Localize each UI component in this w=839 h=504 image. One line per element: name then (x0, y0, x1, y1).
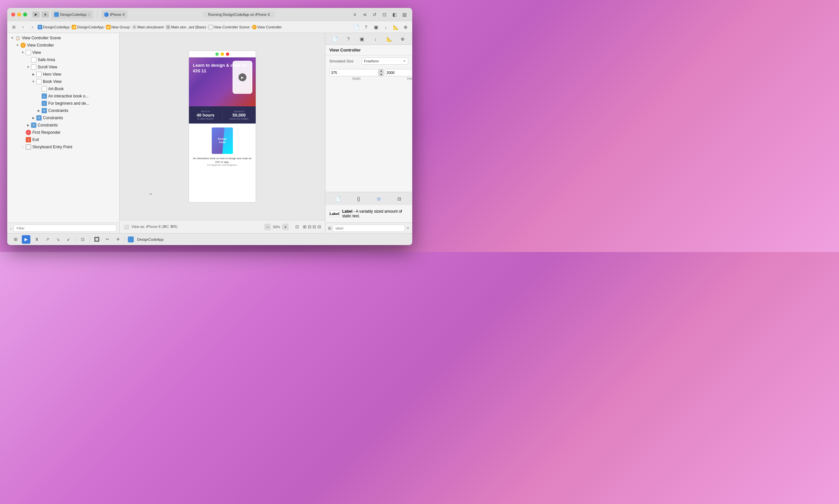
attributes-icon[interactable]: ↓ (371, 34, 380, 43)
file-type-icon[interactable]: 📄 (333, 194, 343, 204)
tree-item-view[interactable]: View (7, 49, 119, 56)
target-icon (104, 12, 109, 17)
entry-point-icon (26, 144, 31, 150)
tree-item-constraints-1[interactable]: ⊞ Constraints (7, 107, 119, 114)
search-icon: ⌕ (10, 226, 12, 230)
breadcrumb-item-3[interactable]: S Main.storyboard (132, 25, 163, 30)
simulated-size-value: Freeform (364, 59, 379, 63)
tree-item-label-1[interactable]: L An interactive book o... (7, 92, 119, 100)
circle-icon[interactable]: ⊙ (374, 194, 384, 204)
minimize-button[interactable] (17, 13, 21, 17)
breadcrumb-item-4[interactable]: S Main.stor...ard (Base) (166, 25, 206, 30)
tree-item-view-controller[interactable]: V View Controller (7, 42, 119, 49)
tree-item-storyboard-entry[interactable]: → Storyboard Entry Point (7, 143, 119, 150)
sidebar-left-icon[interactable]: ◧ (390, 11, 398, 18)
stat-search-sub: words and images (224, 118, 255, 120)
tree-item-label-2[interactable]: L For beginners and de... (7, 100, 119, 107)
layout-tool[interactable]: 🔲 (92, 235, 101, 244)
file-inspector-icon[interactable]: 📄 (352, 23, 360, 31)
width-field-wrap: ▲ ▼ Width (329, 69, 383, 80)
forward-icon[interactable]: › (29, 23, 36, 31)
scene-icon (209, 25, 213, 30)
zoom-in-button[interactable]: + (282, 223, 289, 230)
breadcrumb-item-0[interactable]: X DesignCodeApp (38, 25, 69, 30)
target-selector[interactable]: iPhone X (102, 10, 127, 19)
scroll-view-icon (31, 65, 36, 70)
titlebar: ▶ ■ DesignCodeApp ❯ iPhone X Running Des… (7, 8, 412, 21)
pointer-tool[interactable]: ▶ (22, 235, 30, 244)
attributes-inspector-icon[interactable]: ↓ (382, 23, 390, 31)
tree-item-first-responder[interactable]: F First Responder (7, 129, 119, 136)
tree-item-scroll-view[interactable]: Scroll View (7, 64, 119, 71)
object-icon[interactable]: {} (354, 194, 364, 204)
width-input[interactable] (329, 69, 378, 76)
stop-button[interactable]: ■ (42, 12, 49, 18)
step-out-tool[interactable]: ↙ (64, 235, 73, 244)
navigator-icon[interactable]: ⊞ (10, 23, 18, 31)
filter-input[interactable] (14, 224, 117, 232)
scene-folder-icon: 📋 (15, 35, 20, 41)
label-name: Label - A variably sized amount of stati… (342, 209, 408, 218)
play-button[interactable]: ▶ (32, 12, 40, 18)
breadcrumb-item-6[interactable]: V View Controller (252, 25, 282, 30)
navigator-icon[interactable]: ⊲ (361, 11, 369, 18)
grid-icon: ⊞ (328, 226, 331, 231)
tree-item-constraints-3[interactable]: ⊞ Constraints (7, 122, 119, 129)
scheme-icon (54, 12, 59, 17)
tree-item-safe-area[interactable]: Safe Area (7, 56, 119, 64)
refresh-icon[interactable]: ↺ (371, 11, 378, 18)
stat-search-value: 50,000 (224, 113, 255, 118)
canvas-bottom-bar: ⬜ View as: iPhone 8 (⌘C ⌘R) − 50% + ⊡ ⊞ … (120, 220, 325, 233)
maximize-button[interactable] (23, 13, 27, 17)
identity-icon[interactable]: ▣ (357, 34, 367, 43)
zoom-out-button[interactable]: − (264, 223, 271, 230)
send-tool[interactable]: ✈ (114, 235, 122, 244)
width-stepper[interactable]: ▲ ▼ (379, 69, 383, 76)
tree-item-art-book[interactable]: Art-Book (7, 85, 119, 92)
toggle-icon (20, 138, 25, 142)
object-search-input[interactable] (333, 224, 405, 232)
close-button[interactable] (11, 13, 15, 17)
editor-mode-icon[interactable]: ⊞ (11, 235, 20, 244)
tree-item-view-controller-scene[interactable]: 📋 View Controller Scene (7, 34, 119, 42)
canvas-fit-icon[interactable]: ⊡ (295, 224, 299, 229)
environment-override[interactable]: ⊡ (78, 235, 87, 244)
sidebar-right-icon[interactable]: ▨ (400, 11, 408, 18)
fullscreen-icon[interactable]: ⊡ (380, 11, 389, 18)
connections-inspector-icon[interactable]: ⊕ (401, 23, 410, 31)
breadcrumb-item-1[interactable]: 📁 DesignCodeApp (72, 25, 103, 30)
zoom-level: 50% (273, 225, 280, 229)
breadcrumb-label-5: View Controller Scene (214, 25, 250, 29)
step-over-tool[interactable]: ↗ (43, 235, 52, 244)
scheme-selector[interactable]: DesignCodeApp ❯ (52, 10, 93, 19)
height-input[interactable] (385, 69, 412, 76)
canvas-area[interactable]: Learn to design & code for iOS 11 ▶ WATC… (120, 33, 325, 220)
back-icon[interactable]: ‹ (19, 23, 27, 31)
breadcrumb-item-2[interactable]: 📁 New Group (106, 25, 130, 30)
size-inspector-icon[interactable]: 📐 (392, 23, 400, 31)
clear-search-icon[interactable]: ✕ (406, 226, 410, 231)
width-stepper-down[interactable]: ▼ (379, 73, 383, 76)
quick-help-icon[interactable]: ? (362, 23, 370, 31)
connections-icon[interactable]: ⊕ (398, 34, 407, 43)
step-into-tool[interactable]: ↘ (54, 235, 62, 244)
dimensions-group: ▲ ▼ Width ▲ ▼ Height (325, 67, 412, 83)
toggle-icon (15, 43, 20, 48)
breadcrumb-item-5[interactable]: View Controller Scene (209, 25, 250, 30)
tree-item-exit[interactable]: E Exit (7, 136, 119, 143)
table-icon[interactable]: ⊟ (394, 194, 404, 204)
width-stepper-up[interactable]: ▲ (379, 69, 383, 73)
play-button-hero[interactable]: ▶ (238, 73, 246, 81)
scissors-tool[interactable]: ✂ (103, 235, 112, 244)
file-icon[interactable]: 📄 (330, 34, 340, 43)
tree-item-book-view[interactable]: Book View (7, 78, 119, 85)
screen-stats: WATCH 40 hours of video lessons SEARCH 5… (189, 106, 256, 124)
help-icon[interactable]: ? (344, 34, 353, 43)
editor-toggle-icon[interactable]: ≡ (351, 11, 359, 18)
pause-tool[interactable]: ⏸ (32, 235, 41, 244)
tree-item-hero-view[interactable]: Hero View (7, 71, 119, 78)
size-icon[interactable]: 📐 (385, 34, 394, 43)
tree-item-constraints-2[interactable]: ⊞ Constraints (7, 114, 119, 122)
identity-inspector-icon[interactable]: ▣ (372, 23, 380, 31)
simulated-size-select[interactable]: Freeform ▼ (362, 57, 408, 65)
